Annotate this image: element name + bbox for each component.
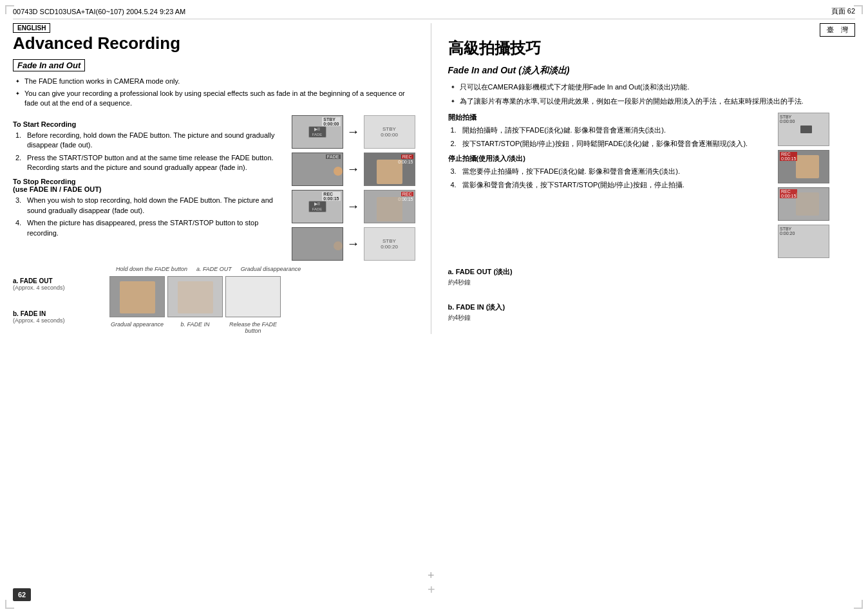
zh-stop-steps: 3.當您要停止拍攝時，按下FADE(淡化)鍵. 影像和聲音會逐漸消失(淡出). … bbox=[448, 166, 772, 190]
fade-b-sub: (Approx. 4 seconds) bbox=[13, 317, 103, 324]
to-start-title: To Start Recording bbox=[13, 120, 285, 128]
zh-start-title: 開始拍攝 bbox=[448, 113, 772, 122]
bottom-captions2-row: Gradual appearance b. FADE IN Release th… bbox=[109, 321, 281, 334]
zh-cam-4: STBY0:00:20 bbox=[778, 225, 829, 258]
fade-img-3 bbox=[225, 276, 281, 317]
fade-images-group: Gradual appearance b. FADE IN Release th… bbox=[109, 276, 281, 334]
header-bar: 00743D SCD103USA+TAI(60~107) 2004.5.24 9… bbox=[13, 6, 855, 19]
zh-start-steps: 1.開始拍攝時，請按下FADE(淡化)鍵. 影像和聲音會逐漸消失(淡出). 2.… bbox=[448, 125, 772, 149]
to-stop-title: To Stop Recording (use FADE IN / FADE OU… bbox=[13, 178, 285, 193]
fade-labels: a. FADE OUT (Approx. 4 seconds) b. FADE … bbox=[13, 276, 103, 324]
zh-cam-1: STBY0:00:00 bbox=[778, 113, 829, 146]
left-column: ENGLISH Advanced Recording Fade In and O… bbox=[13, 23, 431, 334]
fade-out-caption: a. FADE OUT bbox=[196, 266, 232, 272]
fade-in-bottom-label: b. FADE IN bbox=[167, 321, 223, 334]
bottom-fade-section: Hold down the FADE button a. FADE OUT Gr… bbox=[13, 266, 420, 334]
cam-display-1: STBY0:00:00 bbox=[364, 115, 415, 149]
corner-br bbox=[854, 600, 863, 609]
zh-fade-labels: a. FADE OUT (淡出) 約4秒鐘 b. FADE IN (淡入) 約4… bbox=[448, 267, 856, 322]
bullet-1: The FADE function works in CAMERA mode o… bbox=[15, 77, 420, 86]
zh-fade-a: a. FADE OUT (淡出) 約4秒鐘 bbox=[448, 267, 856, 287]
grad-disappear-caption: Gradual disappearance bbox=[241, 266, 301, 272]
cam-box-2: FADE bbox=[292, 153, 343, 186]
start-step-2: 2.Press the START/STOP button and at the… bbox=[15, 153, 285, 173]
grad-appear-label: Gradual appearance bbox=[109, 321, 165, 334]
arrow-1: → bbox=[347, 124, 360, 139]
start-steps: 1.Before recording, hold down the FADE b… bbox=[13, 131, 285, 173]
zh-stop-title: 停止拍攝(使用淡入/淡出) bbox=[448, 154, 772, 163]
page-label: 頁面 62 bbox=[831, 6, 855, 16]
fade-out-row bbox=[109, 276, 281, 317]
hold-label: Hold down the FADE button bbox=[116, 266, 187, 272]
stop-step-4: 4.When the picture has disappeared, pres… bbox=[15, 218, 285, 238]
zh-stop-step-3: 3.當您要停止拍攝時，按下FADE(淡化)鍵. 影像和聲音會逐漸消失(淡出). bbox=[451, 166, 772, 177]
zh-intro-bullets: 只可以在CAMERA錄影機模式下才能使用Fade In and Out(淡和淡出… bbox=[448, 82, 856, 106]
arrow-2: → bbox=[347, 162, 360, 176]
cam-display-4: STBY0:00:20 bbox=[364, 227, 415, 261]
intro-bullets: The FADE function works in CAMERA mode o… bbox=[13, 77, 420, 109]
zh-cam-3: REC0:00:15 bbox=[778, 187, 829, 221]
bottom-captions-row: Hold down the FADE button a. FADE OUT Gr… bbox=[116, 266, 420, 272]
page-title-english: Advanced Recording bbox=[13, 34, 420, 53]
bullet-2: You can give your recording a profession… bbox=[15, 89, 420, 109]
right-column: 臺 灣 高級拍攝技巧 Fade In and Out (淡入和淡出) 只可以在C… bbox=[444, 23, 856, 334]
cam-row-3: ▶IIFADE REC0:00:15 → REC 0:00:15 bbox=[292, 190, 420, 223]
taiwan-badge: 臺 灣 bbox=[820, 23, 855, 37]
cam-display-3: REC 0:00:15 bbox=[364, 190, 415, 223]
zh-fade-b-sub: 約4秒鐘 bbox=[448, 313, 856, 322]
zh-camera-sequence: STBY0:00:00 REC0:00:15 REC0:00:15 STBY0:… bbox=[778, 113, 855, 258]
right-col-header: 臺 灣 bbox=[448, 23, 856, 37]
fade-b-label: b. FADE IN bbox=[13, 310, 103, 317]
file-info: 00743D SCD103USA+TAI(60~107) 2004.5.24 9… bbox=[13, 8, 185, 15]
zh-main-content: 開始拍攝 1.開始拍攝時，請按下FADE(淡化)鍵. 影像和聲音會逐漸消失(淡出… bbox=[448, 113, 856, 258]
corner-bl bbox=[5, 600, 14, 609]
cam-display-2: REC 0:00:15 bbox=[364, 153, 415, 186]
crosshair: + bbox=[428, 569, 440, 582]
section-heading-zh: Fade In and Out (淡入和淡出) bbox=[448, 65, 856, 77]
zh-stop-step-4: 4.當影像和聲音會消失後，按下START/STOP(開始/停止)按鈕，停止拍攝. bbox=[451, 180, 772, 191]
zh-start-step-2: 2.按下START/STOP(開始/停止)按鈕，同時鬆開FADE(淡化)鍵，影像… bbox=[451, 138, 772, 149]
cam-row-4: → STBY0:00:20 bbox=[292, 227, 420, 261]
start-step-1: 1.Before recording, hold down the FADE b… bbox=[15, 131, 285, 151]
page-wrapper: 00743D SCD103USA+TAI(60~107) 2004.5.24 9… bbox=[0, 0, 868, 614]
page-number: 62 bbox=[13, 588, 31, 601]
zh-cam-2: REC0:00:15 bbox=[778, 150, 829, 183]
section-heading-fade: Fade In and Out bbox=[13, 59, 85, 71]
corner-tr bbox=[854, 5, 863, 14]
fade-img-1 bbox=[109, 276, 165, 317]
stop-steps: 3.When you wish to stop recording, hold … bbox=[13, 196, 285, 238]
zh-fade-b: b. FADE IN (淡入) 約4秒鐘 bbox=[448, 302, 856, 322]
cam-row-2: FADE → REC 0:00:15 bbox=[292, 153, 420, 186]
zh-start-step-1: 1.開始拍攝時，請按下FADE(淡化)鍵. 影像和聲音會逐漸消失(淡出). bbox=[451, 125, 772, 136]
arrow-3: → bbox=[347, 199, 360, 214]
cam-box-4 bbox=[292, 227, 343, 261]
zh-bullet-2: 為了讓影片有專業的水準,可以使用此效果，例如在一段影片的開始啟用淡入的手法，在結… bbox=[451, 96, 856, 107]
fade-a-sub: (Approx. 4 seconds) bbox=[13, 284, 103, 291]
zh-text-section: 開始拍攝 1.開始拍攝時，請按下FADE(淡化)鍵. 影像和聲音會逐漸消失(淡出… bbox=[448, 113, 772, 258]
fade-img-2 bbox=[167, 276, 223, 317]
main-content: ENGLISH Advanced Recording Fade In and O… bbox=[13, 23, 855, 334]
stop-step-3: 3.When you wish to stop recording, hold … bbox=[15, 196, 285, 216]
cam-row-1: ▶IIFADE STBY0:00:00 → STBY0:00:00 bbox=[292, 115, 420, 149]
zh-fade-a-label: a. FADE OUT (淡出) bbox=[448, 267, 856, 277]
lang-badge: ENGLISH bbox=[13, 23, 50, 33]
arrow-4: → bbox=[347, 236, 360, 251]
cam-box-1: ▶IIFADE STBY0:00:00 bbox=[292, 115, 343, 149]
bottom-row: a. FADE OUT (Approx. 4 seconds) b. FADE … bbox=[13, 276, 420, 334]
zh-fade-a-sub: 約4秒鐘 bbox=[448, 278, 856, 287]
release-label: Release the FADE button bbox=[225, 321, 281, 334]
camera-sequence: ▶IIFADE STBY0:00:00 → STBY0:00:00 FADE bbox=[292, 115, 420, 261]
zh-fade-b-label: b. FADE IN (淡入) bbox=[448, 302, 856, 312]
cam-box-3: ▶IIFADE REC0:00:15 bbox=[292, 190, 343, 223]
page-title-zh: 高級拍攝技巧 bbox=[448, 38, 856, 59]
zh-bullet-1: 只可以在CAMERA錄影機模式下才能使用Fade In and Out(淡和淡出… bbox=[451, 82, 856, 93]
fade-a-label: a. FADE OUT bbox=[13, 277, 103, 284]
